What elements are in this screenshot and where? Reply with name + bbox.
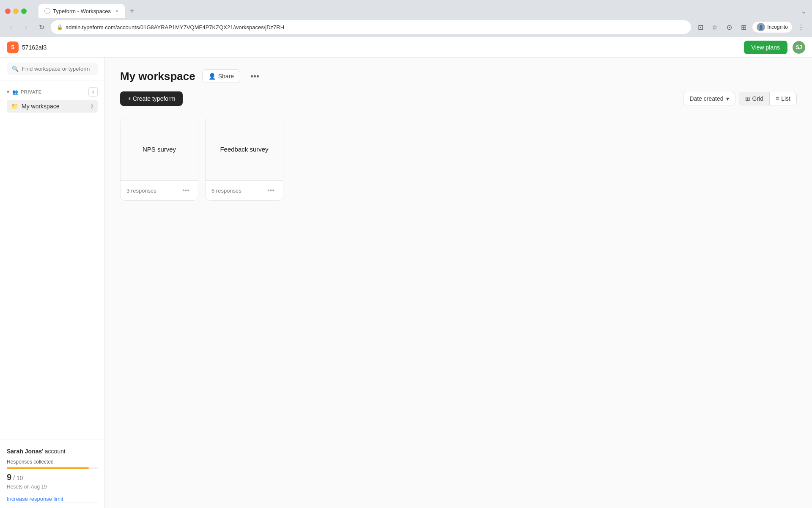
- account-suffix: ' account: [42, 448, 66, 455]
- menu-button[interactable]: ⋮: [795, 21, 807, 33]
- incognito-label: Incognito: [767, 24, 788, 30]
- app-topbar: 5 57162af3 View plans SJ: [0, 37, 812, 58]
- sidebar-item-my-workspace[interactable]: 📁 My workspace 2: [7, 100, 98, 113]
- grid-view-button[interactable]: ⊞ Grid: [739, 92, 769, 105]
- reload-button[interactable]: ↻: [36, 21, 47, 33]
- share-button[interactable]: 👤 Share: [202, 69, 240, 83]
- traffic-light-yellow[interactable]: [13, 8, 19, 14]
- view-toggle: ⊞ Grid ≡ List: [739, 92, 797, 105]
- card-title-feedback: Feedback survey: [220, 146, 268, 153]
- card-responses-feedback: 6 responses: [211, 188, 241, 194]
- list-view-button[interactable]: ≡ List: [770, 92, 796, 105]
- sort-label: Date created: [689, 95, 723, 102]
- search-input[interactable]: [22, 66, 93, 72]
- responses-current: 9: [7, 472, 11, 482]
- sidebar-bottom: Sarah Jonas' account Responses collected…: [0, 439, 104, 508]
- apps-integrations-item[interactable]: ⊞ Apps & Integrations ›: [7, 502, 98, 508]
- profile-button[interactable]: ⊙: [723, 21, 735, 33]
- app-id: 57162af3: [22, 44, 47, 51]
- sort-button[interactable]: Date created ▾: [683, 92, 735, 105]
- workspace-icon: 📁: [11, 103, 18, 110]
- collapse-icon[interactable]: ▾: [7, 89, 10, 95]
- incognito-button[interactable]: 👤 Incognito: [752, 21, 793, 33]
- share-icon: 👤: [208, 73, 216, 80]
- extensions-button[interactable]: ⊞: [738, 21, 749, 33]
- card-title-nps: NPS survey: [143, 146, 176, 153]
- card-footer-nps: 3 responses •••: [121, 181, 198, 200]
- list-label: List: [781, 95, 790, 102]
- tab-close-button[interactable]: ✕: [115, 8, 119, 14]
- workspace-name: My workspace: [22, 103, 59, 110]
- section-header: ▾ 👥 PRIVATE +: [7, 87, 98, 97]
- new-tab-button[interactable]: +: [126, 5, 138, 17]
- window-controls: ⌄: [801, 6, 807, 16]
- toolbar: + Create typeform Date created ▾ ⊞ Grid …: [105, 91, 812, 114]
- lock-icon: 🔒: [57, 24, 63, 30]
- responses-max: / 10: [13, 475, 23, 481]
- people-icon: 👥: [12, 89, 19, 95]
- grid-icon: ⊞: [745, 95, 750, 102]
- add-workspace-button[interactable]: +: [88, 87, 98, 97]
- progress-bar-background: [7, 467, 98, 469]
- main-content: My workspace 👤 Share ••• + Create typefo…: [105, 58, 812, 508]
- workspace-item-label: 📁 My workspace: [11, 103, 59, 110]
- form-card-nps[interactable]: NPS survey 3 responses •••: [120, 118, 198, 201]
- view-plans-button[interactable]: View plans: [744, 41, 787, 54]
- grid-label: Grid: [752, 95, 763, 102]
- forward-button[interactable]: ›: [20, 21, 32, 33]
- url-text: admin.typeform.com/accounts/01G8AYRAP1MY…: [66, 24, 284, 30]
- section-title: PRIVATE: [21, 89, 42, 94]
- cast-button[interactable]: ⊡: [694, 21, 706, 33]
- tab-favicon: [44, 8, 50, 14]
- sort-chevron-icon: ▾: [726, 95, 729, 102]
- traffic-light-red[interactable]: [5, 8, 11, 14]
- create-typeform-button[interactable]: + Create typeform: [120, 91, 183, 106]
- back-button[interactable]: ‹: [5, 21, 17, 33]
- card-preview-feedback: Feedback survey: [206, 118, 283, 181]
- search-box[interactable]: 🔍: [7, 63, 98, 75]
- responses-label: Responses collected: [7, 459, 98, 465]
- bookmark-button[interactable]: ☆: [709, 21, 721, 33]
- list-icon: ≡: [776, 95, 779, 102]
- card-preview-nps: NPS survey: [121, 118, 198, 181]
- app-badge: 5: [7, 41, 19, 53]
- sidebar-section-private: ▾ 👥 PRIVATE + 📁 My workspace 2: [0, 80, 104, 116]
- workspace-count: 2: [91, 103, 93, 110]
- card-footer-feedback: 6 responses •••: [206, 181, 283, 200]
- increase-response-limit-link[interactable]: Increase response limit: [7, 496, 63, 502]
- account-title: Sarah Jonas' account: [7, 448, 98, 455]
- badge-number: 5: [11, 44, 14, 50]
- account-name: Sarah Jonas: [7, 448, 42, 455]
- user-avatar[interactable]: SJ: [793, 41, 805, 54]
- card-more-button-feedback[interactable]: •••: [265, 186, 277, 195]
- resets-text: Resets on Aug 19: [7, 484, 98, 490]
- main-header: My workspace 👤 Share •••: [105, 58, 812, 91]
- card-responses-nps: 3 responses: [126, 188, 156, 194]
- incognito-avatar: 👤: [757, 23, 765, 31]
- cards-grid: NPS survey 3 responses ••• Feedback surv…: [105, 114, 812, 216]
- form-card-feedback[interactable]: Feedback survey 6 responses •••: [205, 118, 283, 201]
- share-label: Share: [218, 73, 234, 80]
- address-bar[interactable]: 🔒 admin.typeform.com/accounts/01G8AYRAP1…: [51, 20, 691, 34]
- tab-title: Typeform - Workspaces: [53, 8, 111, 14]
- traffic-light-green[interactable]: [21, 8, 27, 14]
- workspace-title-area: My workspace 👤 Share •••: [120, 69, 263, 83]
- card-more-button-nps[interactable]: •••: [180, 186, 192, 195]
- workspace-more-button[interactable]: •••: [247, 70, 263, 83]
- search-icon: 🔍: [12, 66, 19, 72]
- section-label: ▾ 👥 PRIVATE: [7, 89, 42, 95]
- progress-bar-fill: [7, 467, 89, 469]
- active-tab[interactable]: Typeform - Workspaces ✕: [38, 4, 125, 18]
- workspace-title: My workspace: [120, 70, 195, 83]
- sidebar-search-area: 🔍: [0, 58, 104, 80]
- sidebar: 🔍 ▾ 👥 PRIVATE + 📁 My workspace 2: [0, 58, 105, 508]
